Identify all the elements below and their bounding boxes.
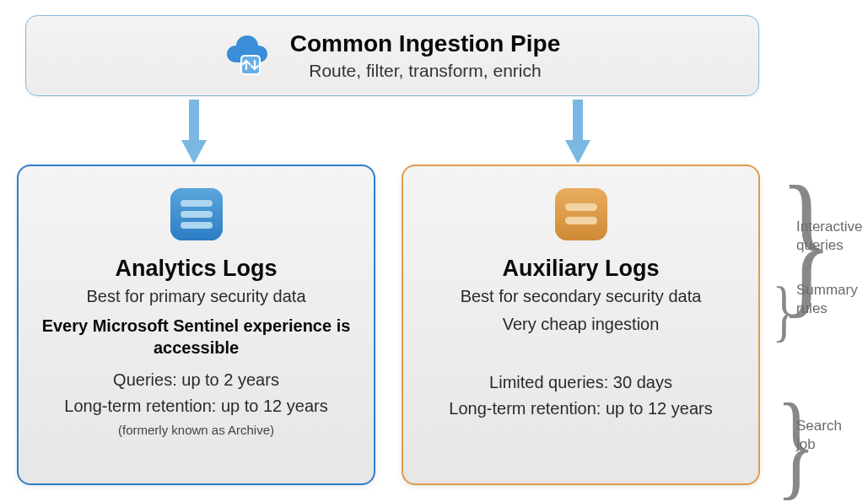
label-interactive-queries: Interactive queries — [796, 218, 862, 255]
svg-rect-8 — [181, 211, 213, 218]
svg-marker-2 — [181, 140, 207, 164]
ingestion-inner: Common Ingestion Pipe Route, filter, tra… — [224, 30, 560, 81]
analytics-emphasis: Every Microsoft Sentinel experience is a… — [34, 315, 359, 359]
auxiliary-retention: Long-term retention: up to 12 years — [418, 399, 743, 418]
svg-rect-9 — [181, 222, 213, 229]
arrow-to-analytics — [181, 100, 207, 159]
pipe-cloud-icon — [224, 32, 272, 79]
auxiliary-logs-card: Auxiliary Logs Best for secondary securi… — [402, 165, 760, 485]
label-summary-rules: Summary rules — [796, 281, 860, 318]
svg-rect-1 — [189, 100, 199, 140]
analytics-queries: Queries: up to 2 years — [34, 370, 359, 390]
brace-icon: } — [773, 267, 795, 354]
analytics-logs-card: Analytics Logs Best for primary security… — [17, 165, 375, 485]
ingestion-text: Common Ingestion Pipe Route, filter, tra… — [290, 30, 560, 81]
arrow-to-auxiliary — [565, 100, 590, 159]
analytics-subtitle: Best for primary security data — [34, 287, 359, 306]
svg-rect-3 — [573, 100, 583, 140]
ingestion-subtitle: Route, filter, transform, enrich — [290, 61, 560, 81]
auxiliary-subtitle: Best for secondary security data — [418, 287, 743, 306]
analytics-logs-icon — [34, 185, 359, 247]
auxiliary-logs-icon — [418, 185, 743, 247]
svg-rect-11 — [565, 203, 597, 211]
auxiliary-cheap: Very cheap ingestion — [418, 315, 743, 334]
auxiliary-title: Auxiliary Logs — [418, 256, 743, 282]
auxiliary-queries: Limited queries: 30 days — [418, 373, 743, 392]
side-labels: } Interactive queries } Summary rules } … — [768, 167, 860, 483]
svg-rect-0 — [241, 56, 260, 74]
svg-rect-12 — [565, 217, 597, 224]
svg-marker-4 — [565, 140, 590, 164]
svg-rect-7 — [181, 200, 213, 207]
analytics-retention-note: (formerly known as Archive) — [34, 423, 359, 437]
analytics-title: Analytics Logs — [34, 256, 359, 282]
label-search-job: Search job — [796, 417, 860, 454]
ingestion-pipe-box: Common Ingestion Pipe Route, filter, tra… — [25, 15, 759, 96]
analytics-retention: Long-term retention: up to 12 years — [34, 397, 359, 416]
svg-rect-10 — [555, 188, 607, 240]
ingestion-title: Common Ingestion Pipe — [290, 30, 560, 57]
